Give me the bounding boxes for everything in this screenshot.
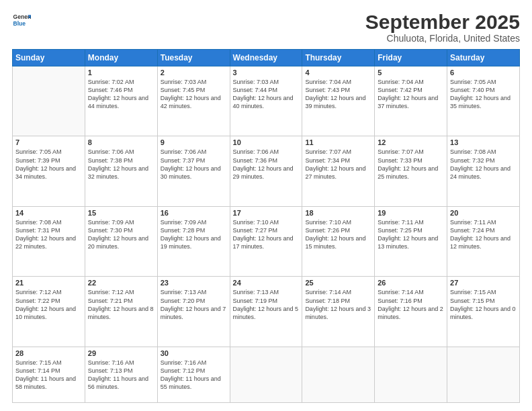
calendar-day-cell: 26Sunrise: 7:14 AMSunset: 7:16 PMDayligh… xyxy=(375,277,447,347)
day-info: Sunrise: 7:03 AMSunset: 7:45 PMDaylight:… xyxy=(161,78,227,111)
calendar-day-cell: 8Sunrise: 7:06 AMSunset: 7:38 PMDaylight… xyxy=(85,136,157,206)
day-info: Sunrise: 7:12 AMSunset: 7:22 PMDaylight:… xyxy=(15,288,82,321)
day-number: 27 xyxy=(450,279,517,287)
logo-icon: General Blue xyxy=(12,11,31,30)
day-info: Sunrise: 7:06 AMSunset: 7:38 PMDaylight:… xyxy=(88,148,154,181)
weekday-header-friday: Friday xyxy=(375,50,447,66)
empty-cell xyxy=(447,347,520,402)
calendar-day-cell: 20Sunrise: 7:11 AMSunset: 7:24 PMDayligh… xyxy=(447,206,520,276)
day-info: Sunrise: 7:15 AMSunset: 7:15 PMDaylight:… xyxy=(450,288,517,321)
calendar-day-cell: 15Sunrise: 7:09 AMSunset: 7:30 PMDayligh… xyxy=(85,206,157,276)
day-number: 14 xyxy=(15,209,82,217)
day-number: 28 xyxy=(15,349,82,357)
header: General Blue September 2025 Chuluota, Fl… xyxy=(12,11,520,44)
day-number: 3 xyxy=(233,68,300,77)
day-info: Sunrise: 7:06 AMSunset: 7:36 PMDaylight:… xyxy=(233,148,300,181)
day-number: 20 xyxy=(450,209,517,217)
weekday-header-saturday: Saturday xyxy=(447,50,520,66)
empty-cell xyxy=(13,66,85,136)
day-number: 24 xyxy=(233,279,300,287)
day-info: Sunrise: 7:14 AMSunset: 7:16 PMDaylight:… xyxy=(378,288,444,321)
day-number: 30 xyxy=(161,349,227,357)
day-info: Sunrise: 7:13 AMSunset: 7:20 PMDaylight:… xyxy=(161,288,227,321)
day-number: 6 xyxy=(450,68,517,77)
day-number: 2 xyxy=(161,68,227,77)
calendar-day-cell: 25Sunrise: 7:14 AMSunset: 7:18 PMDayligh… xyxy=(302,277,375,347)
day-number: 21 xyxy=(15,279,82,287)
calendar-day-cell: 6Sunrise: 7:05 AMSunset: 7:40 PMDaylight… xyxy=(447,66,520,136)
calendar-day-cell: 19Sunrise: 7:11 AMSunset: 7:25 PMDayligh… xyxy=(375,206,447,276)
calendar-day-cell: 14Sunrise: 7:08 AMSunset: 7:31 PMDayligh… xyxy=(13,206,85,276)
day-info: Sunrise: 7:07 AMSunset: 7:33 PMDaylight:… xyxy=(378,148,444,181)
calendar-day-cell: 4Sunrise: 7:04 AMSunset: 7:43 PMDaylight… xyxy=(302,66,375,136)
day-info: Sunrise: 7:07 AMSunset: 7:34 PMDaylight:… xyxy=(305,148,371,181)
calendar-week-row: 1Sunrise: 7:02 AMSunset: 7:46 PMDaylight… xyxy=(13,66,520,136)
day-info: Sunrise: 7:08 AMSunset: 7:31 PMDaylight:… xyxy=(15,218,82,251)
calendar-day-cell: 17Sunrise: 7:10 AMSunset: 7:27 PMDayligh… xyxy=(230,206,302,276)
day-number: 23 xyxy=(161,279,227,287)
day-number: 17 xyxy=(233,209,300,217)
day-number: 8 xyxy=(88,138,154,146)
day-info: Sunrise: 7:11 AMSunset: 7:25 PMDaylight:… xyxy=(378,218,444,251)
calendar-day-cell: 23Sunrise: 7:13 AMSunset: 7:20 PMDayligh… xyxy=(157,277,230,347)
day-info: Sunrise: 7:03 AMSunset: 7:44 PMDaylight:… xyxy=(233,78,300,111)
calendar-week-row: 7Sunrise: 7:05 AMSunset: 7:39 PMDaylight… xyxy=(13,136,520,206)
day-number: 11 xyxy=(305,138,371,146)
month-title: September 2025 xyxy=(365,11,520,33)
day-info: Sunrise: 7:08 AMSunset: 7:32 PMDaylight:… xyxy=(450,148,517,181)
day-number: 16 xyxy=(161,209,227,217)
day-info: Sunrise: 7:15 AMSunset: 7:14 PMDaylight:… xyxy=(15,359,82,392)
logo: General Blue xyxy=(12,11,31,30)
calendar-day-cell: 28Sunrise: 7:15 AMSunset: 7:14 PMDayligh… xyxy=(13,347,85,402)
calendar-day-cell: 16Sunrise: 7:09 AMSunset: 7:28 PMDayligh… xyxy=(157,206,230,276)
title-block: September 2025 Chuluota, Florida, United… xyxy=(365,11,520,44)
empty-cell xyxy=(375,347,447,402)
calendar-day-cell: 3Sunrise: 7:03 AMSunset: 7:44 PMDaylight… xyxy=(230,66,302,136)
day-number: 10 xyxy=(233,138,300,146)
day-number: 4 xyxy=(305,68,371,77)
day-info: Sunrise: 7:02 AMSunset: 7:46 PMDaylight:… xyxy=(88,78,154,111)
day-info: Sunrise: 7:13 AMSunset: 7:19 PMDaylight:… xyxy=(233,288,300,321)
weekday-header-wednesday: Wednesday xyxy=(230,50,302,66)
day-info: Sunrise: 7:14 AMSunset: 7:18 PMDaylight:… xyxy=(305,288,371,321)
day-info: Sunrise: 7:09 AMSunset: 7:30 PMDaylight:… xyxy=(88,218,154,251)
day-info: Sunrise: 7:06 AMSunset: 7:37 PMDaylight:… xyxy=(161,148,227,181)
calendar-day-cell: 27Sunrise: 7:15 AMSunset: 7:15 PMDayligh… xyxy=(447,277,520,347)
svg-text:General: General xyxy=(13,13,31,20)
calendar-day-cell: 21Sunrise: 7:12 AMSunset: 7:22 PMDayligh… xyxy=(13,277,85,347)
day-info: Sunrise: 7:05 AMSunset: 7:40 PMDaylight:… xyxy=(450,78,517,111)
svg-text:Blue: Blue xyxy=(13,20,26,27)
day-info: Sunrise: 7:12 AMSunset: 7:21 PMDaylight:… xyxy=(88,288,154,321)
day-number: 25 xyxy=(305,279,371,287)
day-info: Sunrise: 7:11 AMSunset: 7:24 PMDaylight:… xyxy=(450,218,517,251)
weekday-header-tuesday: Tuesday xyxy=(157,50,230,66)
day-number: 18 xyxy=(305,209,371,217)
day-number: 13 xyxy=(450,138,517,146)
day-info: Sunrise: 7:16 AMSunset: 7:13 PMDaylight:… xyxy=(88,359,154,392)
calendar-day-cell: 29Sunrise: 7:16 AMSunset: 7:13 PMDayligh… xyxy=(85,347,157,402)
day-number: 22 xyxy=(88,279,154,287)
calendar-day-cell: 18Sunrise: 7:10 AMSunset: 7:26 PMDayligh… xyxy=(302,206,375,276)
calendar-day-cell: 9Sunrise: 7:06 AMSunset: 7:37 PMDaylight… xyxy=(157,136,230,206)
weekday-header-monday: Monday xyxy=(85,50,157,66)
weekday-header-row: SundayMondayTuesdayWednesdayThursdayFrid… xyxy=(13,50,520,66)
day-number: 15 xyxy=(88,209,154,217)
calendar-day-cell: 2Sunrise: 7:03 AMSunset: 7:45 PMDaylight… xyxy=(157,66,230,136)
day-number: 26 xyxy=(378,279,444,287)
calendar-day-cell: 12Sunrise: 7:07 AMSunset: 7:33 PMDayligh… xyxy=(375,136,447,206)
calendar-day-cell: 5Sunrise: 7:04 AMSunset: 7:42 PMDaylight… xyxy=(375,66,447,136)
calendar-day-cell: 13Sunrise: 7:08 AMSunset: 7:32 PMDayligh… xyxy=(447,136,520,206)
calendar-day-cell: 30Sunrise: 7:16 AMSunset: 7:12 PMDayligh… xyxy=(157,347,230,402)
calendar-table: SundayMondayTuesdayWednesdayThursdayFrid… xyxy=(12,49,520,403)
empty-cell xyxy=(302,347,375,402)
calendar-week-row: 14Sunrise: 7:08 AMSunset: 7:31 PMDayligh… xyxy=(13,206,520,276)
day-number: 1 xyxy=(88,68,154,77)
day-number: 5 xyxy=(378,68,444,77)
calendar-day-cell: 24Sunrise: 7:13 AMSunset: 7:19 PMDayligh… xyxy=(230,277,302,347)
calendar-week-row: 28Sunrise: 7:15 AMSunset: 7:14 PMDayligh… xyxy=(13,347,520,402)
day-number: 29 xyxy=(88,349,154,357)
day-info: Sunrise: 7:10 AMSunset: 7:27 PMDaylight:… xyxy=(233,218,300,251)
calendar-week-row: 21Sunrise: 7:12 AMSunset: 7:22 PMDayligh… xyxy=(13,277,520,347)
calendar-day-cell: 1Sunrise: 7:02 AMSunset: 7:46 PMDaylight… xyxy=(85,66,157,136)
page: General Blue September 2025 Chuluota, Fl… xyxy=(0,0,532,411)
